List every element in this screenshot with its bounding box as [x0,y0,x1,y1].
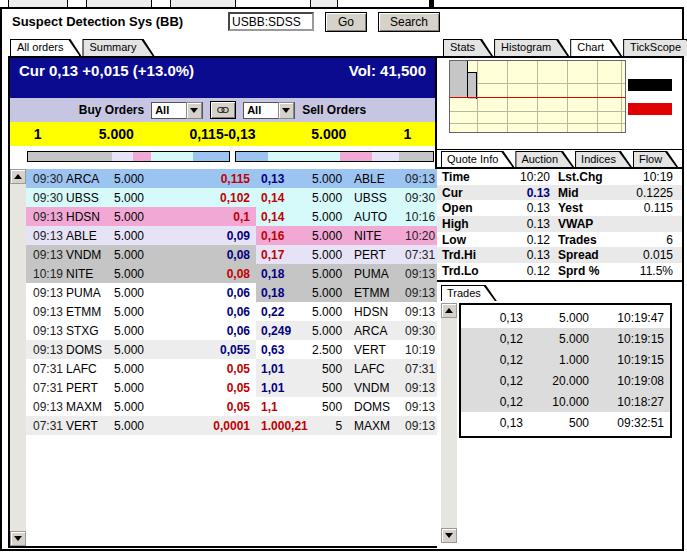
bid-market-maker: PUMA [66,286,114,300]
bid-row[interactable]: 07:31 PERT 5.000 0,05 [26,378,256,397]
order-filter-band: Buy Orders All All Sell Orders [10,98,435,122]
bid-row[interactable]: 09:30 ARCA 5.000 0,115 [26,169,256,188]
trade-row[interactable]: 0,13 5.000 10:19:47 [461,307,670,328]
ask-price: 0,22 [256,305,312,319]
trade-row[interactable]: 0,12 5.000 10:19:15 [461,328,670,349]
ask-row[interactable]: 0,63 2.500 VERT 10:19 [256,340,440,359]
bid-row[interactable]: 09:13 DOMS 5.000 0,055 [26,340,256,359]
bid-size: 5.000 [114,381,190,395]
ask-row[interactable]: 1,01 500 LAFC 07:31 [256,359,440,378]
scroll-up-button[interactable] [441,303,457,318]
scroll-down-button[interactable] [10,531,26,546]
dropdown-arrow-icon[interactable] [186,102,202,119]
bid-row[interactable]: 09:13 PUMA 5.000 0,06 [26,283,256,302]
bid-row[interactable]: 07:31 LAFC 5.000 0,05 [26,359,256,378]
bid-row[interactable]: 07:31 VERT 5.000 0,0001 [26,416,256,435]
ask-row[interactable]: 0,22 5.000 HDSN 09:13 [256,302,440,321]
symbol-input[interactable] [228,12,314,31]
trades-scrollbar[interactable] [441,303,457,543]
ask-market-maker: AUTO [348,210,396,224]
ask-row[interactable]: 0,17 5.000 PERT 07:31 [256,245,440,264]
ask-row[interactable]: 1,1 500 DOMS 09:13 [256,397,440,416]
quote-value: 0.12 [492,233,550,247]
trade-row[interactable]: 0,13 500 09:32:51 [461,412,670,433]
depth-segment [193,152,229,161]
analysis-tab[interactable]: Stats [443,39,493,56]
trade-row[interactable]: 0,12 20.000 10:19:08 [461,370,670,391]
analysis-tab[interactable]: Histogram [494,39,569,56]
quote-info-tab[interactable]: Quote Info [441,151,514,167]
ask-market-maker: VNDM [348,381,396,395]
quote-label: Trd.Lo [437,264,492,278]
bid-row[interactable]: 09:13 HDSN 5.000 0,1 [26,207,256,226]
bid-row[interactable]: 09:30 UBSS 5.000 0,102 [26,188,256,207]
ask-size: 5.000 [312,286,348,300]
ask-market-maker: PUMA [348,267,396,281]
trades-tab[interactable]: Trades [441,285,497,301]
depth-bars [10,151,435,164]
orders-tab[interactable]: Summary [82,39,154,56]
dropdown-arrow-icon[interactable] [278,102,294,119]
bid-price: 0,06 [190,305,256,319]
orders-tab[interactable]: All orders [10,39,81,56]
cutoff-tab[interactable] [310,0,338,7]
bid-market-maker: LAFC [66,362,114,376]
quote-info-tab[interactable]: Auction [515,151,574,167]
ask-row[interactable]: 0,14 5.000 AUTO 10:16 [256,207,440,226]
trade-row[interactable]: 0,12 10.000 10:18:27 [461,391,670,412]
bid-price: 0,06 [190,286,256,300]
ask-row[interactable]: 0,16 5.000 NITE 10:20 [256,226,440,245]
bid-row[interactable]: 09:13 ABLE 5.000 0,09 [26,226,256,245]
current-price-line [450,97,625,98]
quote-info-tab[interactable]: Flow [633,151,678,167]
trade-price: 0,12 [461,374,523,388]
quote-label: Yest [550,201,622,215]
search-button[interactable]: Search [378,12,440,32]
trade-row[interactable]: 0,12 1.000 10:19:15 [461,349,670,370]
bid-row[interactable]: 09:13 MAXM 5.000 0,05 [26,397,256,416]
bid-price: 0,1 [190,210,256,224]
link-filters-button[interactable] [210,101,236,119]
ask-row[interactable]: 0,18 5.000 PUMA 09:13 [256,264,440,283]
ask-time: 09:13 [396,305,440,319]
scroll-up-button[interactable] [10,169,26,184]
go-button[interactable]: Go [325,12,367,32]
best-bid-ask-band: 1 5.000 0,115-0,13 5.000 1 [10,122,435,146]
ask-row[interactable]: 0,249 5.000 ARCA 09:30 [256,321,440,340]
window-title: Suspect Detection Sys (BB) [12,14,183,29]
analysis-tab[interactable]: TickScope [623,39,687,56]
bid-size: 5.000 [114,362,190,376]
ask-size: 2.500 [312,343,348,357]
bid-row[interactable]: 09:13 STXG 5.000 0,06 [26,321,256,340]
quote-value: 0.13 [492,217,550,231]
cutoff-tab[interactable] [8,0,68,7]
quote-info-tab[interactable]: Indices [575,151,632,167]
quote-label: Lst.Chg [550,170,622,184]
ask-row[interactable]: 0,13 5.000 ABLE 09:13 [256,169,440,188]
bid-size: 5.000 [114,267,190,281]
ask-row[interactable]: 0,18 5.000 ETMM 09:13 [256,283,440,302]
cutoff-tab[interactable] [170,0,236,7]
bid-time: 09:13 [26,210,66,224]
sell-filter-select[interactable]: All [243,102,295,119]
ask-size: 5.000 [312,229,348,243]
bid-market-maker: ARCA [66,172,114,186]
app-window: Suspect Detection Sys (BB) Go Search All… [0,0,687,557]
ask-market-maker: ARCA [348,324,396,338]
ask-row[interactable]: 1,01 500 VNDM 09:13 [256,378,440,397]
book-scrollbar[interactable] [10,169,26,546]
trade-time: 09:32:51 [589,416,670,430]
ask-row[interactable]: 0,14 5.000 UBSS 09:30 [256,188,440,207]
ask-row[interactable]: 1.000,21 5 MAXM 09:13 [256,416,440,435]
bid-row[interactable]: 09:13 ETMM 5.000 0,06 [26,302,256,321]
ask-market-maker: UBSS [348,191,396,205]
bid-market-maker: ABLE [66,229,114,243]
buy-filter-select[interactable]: All [151,102,203,119]
scroll-down-button[interactable] [441,528,457,543]
analysis-tab[interactable]: Chart [570,39,622,56]
cutoff-tab[interactable] [86,0,152,7]
quote-label: Sprd % [550,264,622,278]
bid-row[interactable]: 10:19 NITE 5.000 0,08 [26,264,256,283]
bid-row[interactable]: 09:13 VNDM 5.000 0,08 [26,245,256,264]
quote-label: Cur [437,186,492,200]
